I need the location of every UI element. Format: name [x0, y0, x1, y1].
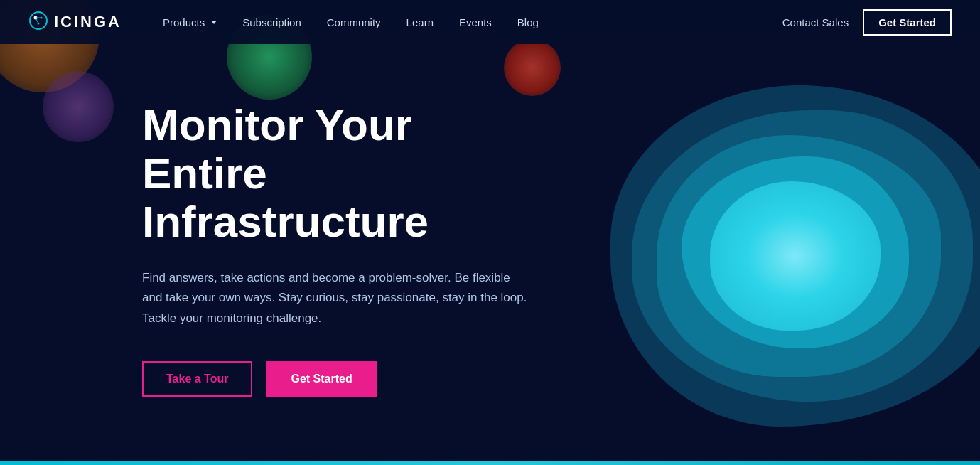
nav-links: Products Subscription Community Learn Ev… — [150, 0, 782, 44]
nav-get-started-button[interactable]: Get Started — [863, 9, 952, 36]
teal-layer-5 — [710, 181, 881, 331]
nav-link-community[interactable]: Community — [314, 0, 394, 44]
nav-link-products[interactable]: Products — [150, 0, 230, 44]
take-a-tour-button[interactable]: Take a Tour — [142, 361, 252, 397]
nav-link-learn[interactable]: Learn — [394, 0, 446, 44]
nav-item-blog: Blog — [505, 0, 551, 44]
contact-sales-link[interactable]: Contact Sales — [782, 16, 849, 28]
logo-link[interactable]: iCiNGA — [28, 11, 122, 33]
svg-point-0 — [30, 12, 47, 29]
hero-subtitle: Find answers, take actions and become a … — [142, 268, 533, 330]
nav-link-subscription[interactable]: Subscription — [230, 0, 314, 44]
nav-item-learn: Learn — [394, 0, 446, 44]
nav-item-products: Products — [150, 0, 230, 44]
nav-right: Contact Sales Get Started — [782, 9, 952, 36]
main-nav: iCiNGA Products Subscription Community L… — [0, 0, 980, 44]
get-started-button[interactable]: Get Started — [266, 361, 376, 397]
nav-link-events[interactable]: Events — [446, 0, 505, 44]
chevron-down-icon — [211, 21, 217, 24]
teal-blob-container — [610, 71, 980, 441]
hero-title: Monitor Your Entire Infrastructure — [142, 101, 533, 247]
nav-item-subscription: Subscription — [230, 0, 314, 44]
nav-item-community: Community — [314, 0, 394, 44]
logo-text: iCiNGA — [54, 13, 122, 31]
bottom-accent-bar — [0, 461, 980, 465]
logo-icon — [28, 11, 48, 33]
nav-item-events: Events — [446, 0, 505, 44]
hero-section: Monitor Your Entire Infrastructure Find … — [0, 44, 533, 397]
nav-link-blog[interactable]: Blog — [505, 0, 551, 44]
hero-buttons: Take a Tour Get Started — [142, 361, 533, 397]
